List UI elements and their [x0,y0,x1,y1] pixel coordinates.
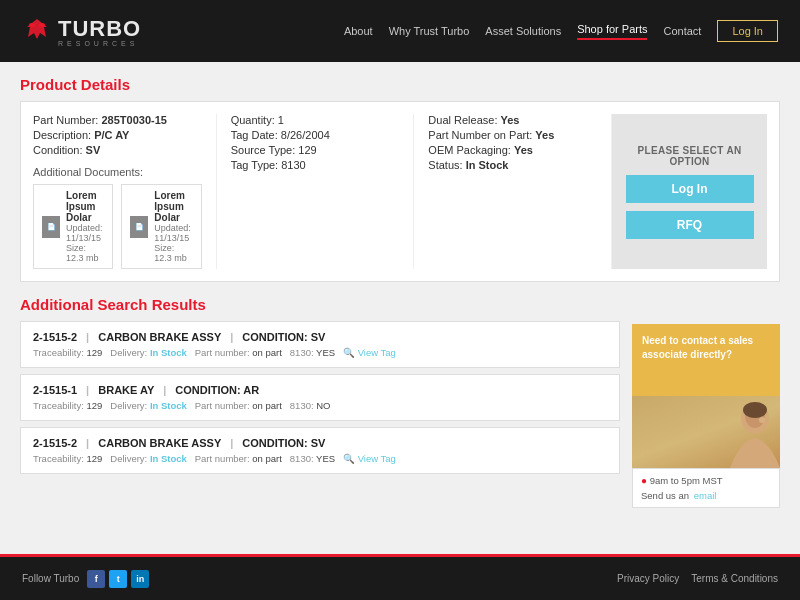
product-card: Part Number: 285T0030-15 Description: P/… [20,101,780,282]
logo-bull-icon [22,17,52,45]
svg-point-1 [29,23,35,27]
select-option-panel: PLEASE SELECT AN OPTION Log In RFQ [612,114,767,269]
part-number-field: Part Number: 285T0030-15 [33,114,202,126]
facebook-icon[interactable]: f [87,570,105,588]
result2-sep2: | [163,384,166,396]
product-info-left: Part Number: 285T0030-15 Description: P/… [33,114,217,269]
description-label: Description: [33,129,91,141]
panel-rfq-button[interactable]: RFQ [626,211,754,239]
part-number-value: 285T0030-15 [101,114,166,126]
navigation: About Why Trust Turbo Asset Solutions Sh… [344,20,778,42]
result3-partnumber: on part [252,453,282,464]
result2-sep1: | [86,384,89,396]
panel-login-button[interactable]: Log In [626,175,754,203]
additional-docs-label: Additional Documents: [33,166,202,178]
nav-why-trust[interactable]: Why Trust Turbo [389,25,470,37]
doc-items: 📄 Lorem Ipsum Dolar Updated: 11/13/15 Si… [33,184,202,269]
tag-date-value: 8/26/2004 [281,129,330,141]
search-icon-3: 🔍 [343,453,355,464]
result3-8130: YES [316,453,335,464]
contact-hours-box: ● 9am to 5pm MST Send us an email [632,468,780,508]
result3-part: 2-1515-2 [33,437,77,449]
result3-view-tag[interactable]: View Tag [358,453,396,464]
result1-title: 2-1515-2 | CARBON BRAKE ASSY | CONDITION… [33,331,607,343]
result2-meta: Traceability: 129 Delivery: In Stock Par… [33,400,607,411]
result2-condition: CONDITION: AR [175,384,259,396]
doc2-info: Lorem Ipsum Dolar Updated: 11/13/15 Size… [154,190,192,263]
quantity-label: Quantity: [231,114,275,126]
source-type-label: Source Type: [231,144,296,156]
doc2-name: Lorem Ipsum Dolar [154,190,192,223]
result2-name: BRAKE AY [98,384,154,396]
result-item-2[interactable]: 2-1515-1 | BRAKE AY | CONDITION: AR Trac… [20,374,620,421]
svg-point-6 [759,417,765,423]
result3-name: CARBON BRAKE ASSY [98,437,221,449]
result3-delivery: In Stock [150,453,187,464]
tag-type-value: 8130 [281,159,305,171]
description-field: Description: P/C AY [33,129,202,141]
logo: TURBO RESOURCES [22,16,141,47]
product-info-middle: Quantity: 1 Tag Date: 8/26/2004 Source T… [217,114,415,269]
result2-delivery: In Stock [150,400,187,411]
result1-partnumber: on part [252,347,282,358]
doc-item-1[interactable]: 📄 Lorem Ipsum Dolar Updated: 11/13/15 Si… [33,184,113,269]
follow-area: Follow Turbo f t in [22,570,149,588]
contact-person-silhouette [700,396,780,468]
twitter-icon[interactable]: t [109,570,127,588]
contact-hours: ● 9am to 5pm MST [641,475,771,486]
additional-search-title: Additional Search Results [20,296,620,313]
part-on-part-value: Yes [535,129,554,141]
results-column: Additional Search Results 2-1515-2 | CAR… [20,296,620,508]
result-item-3[interactable]: 2-1515-2 | CARBON BRAKE ASSY | CONDITION… [20,427,620,474]
hours-text: 9am to 5pm MST [650,475,723,486]
dual-release-label: Dual Release: [428,114,497,126]
doc-item-2[interactable]: 📄 Lorem Ipsum Dolar Updated: 11/13/15 Si… [121,184,201,269]
contact-photo [632,396,780,468]
contact-message-box: Need to contact a sales associate direct… [632,324,780,396]
nav-about[interactable]: About [344,25,373,37]
privacy-policy-link[interactable]: Privacy Policy [617,573,679,584]
nav-asset-solutions[interactable]: Asset Solutions [485,25,561,37]
svg-marker-0 [27,19,47,39]
result3-sep2: | [230,437,233,449]
result3-meta: Traceability: 129 Delivery: In Stock Par… [33,453,607,464]
result1-8130: YES [316,347,335,358]
product-details-title: Product Details [20,76,780,93]
tag-date-label: Tag Date: [231,129,278,141]
result1-delivery: In Stock [150,347,187,358]
result1-view-tag[interactable]: View Tag [358,347,396,358]
terms-link[interactable]: Terms & Conditions [691,573,778,584]
condition-label: Condition: [33,144,83,156]
contact-message: Need to contact a sales associate direct… [642,335,753,360]
result3-condition: CONDITION: SV [242,437,325,449]
part-on-part-label: Part Number on Part: [428,129,532,141]
result-item-1[interactable]: 2-1515-2 | CARBON BRAKE ASSY | CONDITION… [20,321,620,368]
doc1-meta: Updated: 11/13/15 Size: 12.3 mb [66,223,104,263]
result1-name: CARBON BRAKE ASSY [98,331,221,343]
logo-text-group: TURBO RESOURCES [58,16,141,47]
main-content: Product Details Part Number: 285T0030-15… [0,62,800,554]
hours-dot: ● [641,475,647,486]
header-login-button[interactable]: Log In [717,20,778,42]
dual-release-value: Yes [501,114,520,126]
result2-part: 2-1515-1 [33,384,77,396]
condition-field: Condition: SV [33,144,202,156]
footer-links: Privacy Policy Terms & Conditions [617,573,778,584]
result1-traceability: 129 [87,347,103,358]
nav-shop-for-parts[interactable]: Shop for Parts [577,23,647,40]
contact-email-link[interactable]: email [694,490,717,501]
additional-search-section: Additional Search Results 2-1515-2 | CAR… [20,296,780,508]
svg-point-2 [39,23,45,27]
select-panel-title: PLEASE SELECT AN OPTION [622,145,757,167]
status-label: Status: [428,159,462,171]
contact-email-line: Send us an email [641,490,771,501]
result3-traceability: 129 [87,453,103,464]
social-icons: f t in [87,570,149,588]
contact-panel: Need to contact a sales associate direct… [632,324,780,508]
doc1-name: Lorem Ipsum Dolar [66,190,104,223]
result3-title: 2-1515-2 | CARBON BRAKE ASSY | CONDITION… [33,437,607,449]
linkedin-icon[interactable]: in [131,570,149,588]
nav-contact[interactable]: Contact [663,25,701,37]
oem-packaging-label: OEM Packaging: [428,144,511,156]
status-value: In Stock [466,159,509,171]
